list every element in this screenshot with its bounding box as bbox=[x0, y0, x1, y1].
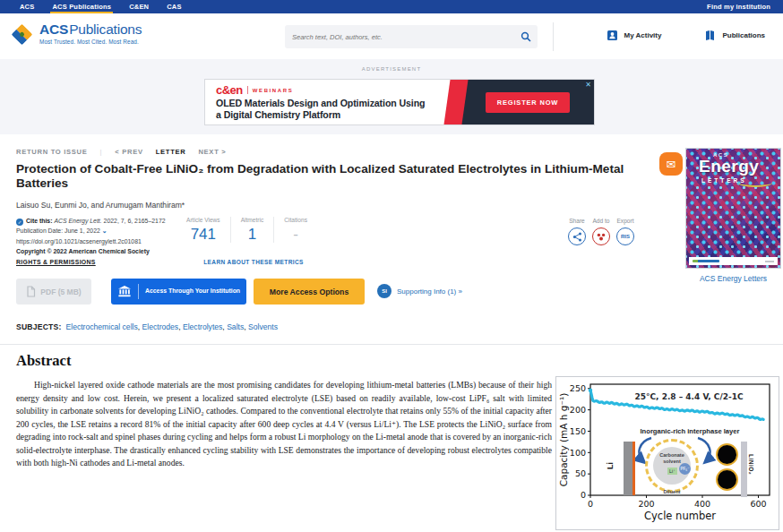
metric-article-views: Article Views 741 bbox=[176, 217, 230, 243]
add-to-label: Add to bbox=[592, 218, 609, 224]
publications-link[interactable]: Publications bbox=[704, 30, 765, 41]
cite-this-label: Cite this: bbox=[26, 218, 52, 224]
pdf-download-button[interactable]: PDF (5 MB) bbox=[16, 279, 91, 305]
publications-label: Publications bbox=[722, 31, 765, 39]
add-to-mendeley-button[interactable] bbox=[592, 227, 610, 245]
topbar-link-acs-publications[interactable]: ACS Publications bbox=[52, 0, 111, 13]
cite-reference: 2022, 7, 6, 2165–2172 bbox=[104, 218, 166, 224]
subject-links: Electrochemical cells, Electrodes, Elect… bbox=[66, 322, 278, 331]
y-tick-label: 50 bbox=[575, 468, 586, 478]
altmetric-count: 1 bbox=[241, 226, 264, 243]
access-institution-button[interactable]: Access Through Your Institution bbox=[111, 279, 246, 305]
ad-banner[interactable]: c&en WEBINARS OLED Materials Design and … bbox=[204, 79, 595, 125]
ad-webinars-label: WEBINARS bbox=[253, 88, 293, 93]
next-article-link[interactable]: NEXT > bbox=[198, 148, 226, 156]
abstract-text: High-nickel layered oxide cathode materi… bbox=[16, 379, 552, 470]
article-type-label: LETTER bbox=[156, 148, 186, 156]
y-tick-label: 250 bbox=[570, 383, 586, 393]
article-title: Protection of Cobalt-Free LiNiO₂ from De… bbox=[16, 162, 650, 192]
ad-close-icon[interactable]: ✕ bbox=[585, 81, 591, 89]
feedback-envelope-button[interactable]: ✉ bbox=[659, 152, 683, 176]
cover-footer-strip bbox=[689, 257, 778, 265]
subject-link[interactable]: Salts bbox=[227, 322, 244, 331]
copyright-line: Copyright © 2022 American Chemical Socie… bbox=[16, 246, 182, 256]
acs-publications-logo[interactable]: ACSPublications Most Trusted. Most Cited… bbox=[11, 21, 142, 45]
header-divider bbox=[553, 22, 554, 51]
ris-label: RIS bbox=[621, 234, 630, 239]
cover-mini-dash bbox=[765, 261, 774, 262]
envelope-icon: ✉ bbox=[667, 158, 676, 171]
doi-link[interactable]: https://doi.org/10.1021/acsenergylett.2c… bbox=[16, 236, 182, 246]
subject-link[interactable]: Electrolytes bbox=[183, 322, 222, 331]
logo-acs: ACS bbox=[39, 21, 68, 37]
li-anode-interphase-stripe bbox=[632, 442, 635, 495]
return-to-issue-link[interactable]: RETURN TO ISSUE bbox=[16, 148, 88, 156]
journal-title-link[interactable]: ACS Energy Letters bbox=[685, 274, 781, 283]
search-icon bbox=[521, 31, 531, 42]
cathode-particle-bottom bbox=[716, 468, 738, 491]
institution-bank-icon bbox=[118, 286, 131, 297]
si-badge: SI bbox=[377, 284, 392, 298]
x-tick-label: 400 bbox=[694, 499, 710, 509]
ad-headline: OLED Materials Design and Optimization U… bbox=[216, 98, 461, 120]
ad-brand-divider bbox=[247, 86, 248, 94]
cathode-particle-top bbox=[716, 443, 738, 466]
abstract-heading: Abstract bbox=[16, 352, 71, 370]
nav-divider: | bbox=[100, 148, 103, 156]
article-views-count: 741 bbox=[186, 226, 220, 243]
pdf-file-icon bbox=[26, 286, 36, 297]
rights-permissions-link[interactable]: RIGHTS & PERMISSIONS bbox=[16, 257, 96, 267]
metrics-panel: Article Views 741 Altmetric 1 Citations … bbox=[176, 217, 317, 243]
search-input[interactable] bbox=[285, 33, 514, 41]
cite-journal: ACS Energy Lett. bbox=[54, 218, 101, 224]
x-tick-label: 200 bbox=[638, 499, 654, 509]
more-access-label: More Access Options bbox=[270, 287, 349, 296]
cover-acs-text: ACS bbox=[713, 152, 728, 158]
curved-arrow-right-icon bbox=[698, 438, 710, 462]
subject-link[interactable]: Electrochemical cells bbox=[66, 322, 138, 331]
abstract-graphic-figure[interactable]: 050100150200250020040060025°C, 2.8 – 4.4… bbox=[555, 376, 779, 530]
ad-zone: ADVERTISEMENT c&en WEBINARS OLED Materia… bbox=[0, 59, 783, 134]
site-header: ACSPublications Most Trusted. Most Cited… bbox=[0, 13, 783, 59]
x-axis-label: Cycle number bbox=[644, 510, 716, 522]
section-divider bbox=[0, 344, 783, 345]
subject-link[interactable]: Electrodes bbox=[142, 322, 179, 331]
find-institution-link[interactable]: Find my institution bbox=[707, 3, 770, 11]
topbar-link-cas[interactable]: CAS bbox=[167, 0, 181, 13]
supporting-info-link[interactable]: Supporting Info (1) » bbox=[397, 287, 462, 296]
subject-link[interactable]: Solvents bbox=[248, 322, 278, 331]
more-access-options-button[interactable]: More Access Options bbox=[254, 279, 365, 305]
topbar-links: ACSACS PublicationsC&ENCAS bbox=[20, 0, 707, 13]
register-now-button[interactable]: REGISTER NOW bbox=[486, 92, 570, 113]
my-activity-link[interactable]: My Activity bbox=[607, 30, 662, 41]
share-button[interactable] bbox=[568, 227, 586, 245]
pf6-anion-chip: PF₆⁻ bbox=[679, 463, 691, 475]
citation-block: ✓Cite this: ACS Energy Lett. 2022, 7, 6,… bbox=[16, 216, 182, 267]
article-main: RETURN TO ISSUE | < PREV LETTER NEXT > P… bbox=[0, 134, 783, 532]
search-button[interactable] bbox=[514, 25, 538, 48]
export-label: Export bbox=[616, 218, 633, 224]
my-activity-label: My Activity bbox=[624, 31, 662, 39]
cathode-bar bbox=[741, 442, 747, 497]
y-tick-label: 200 bbox=[570, 405, 586, 415]
journal-cover-image[interactable]: ACS Energy LETTERS bbox=[685, 148, 781, 269]
learn-about-metrics-link[interactable]: LEARN ABOUT THESE METRICS bbox=[176, 259, 331, 265]
y-tick-label: 100 bbox=[570, 448, 586, 458]
prev-article-link[interactable]: < PREV bbox=[115, 148, 142, 156]
export-ris-button[interactable]: RIS bbox=[616, 227, 634, 245]
acs-diamond-icon bbox=[11, 23, 32, 45]
first-cycle-point bbox=[589, 388, 592, 391]
topbar-link-acs[interactable]: ACS bbox=[20, 0, 34, 13]
chart-annotation: 25°C, 2.8 – 4.4 V, C/2-1C bbox=[634, 392, 743, 401]
topbar-link-c-en[interactable]: C&EN bbox=[129, 0, 149, 13]
publications-book-icon bbox=[704, 30, 716, 41]
y-tick-label: 150 bbox=[570, 426, 586, 436]
x-tick-label: 0 bbox=[588, 499, 593, 509]
logo-tagline: Most Trusted. Most Cited. Most Read. bbox=[39, 39, 142, 45]
share-tools: Share Add to Export RIS bbox=[568, 218, 634, 245]
pub-date-caret-icon[interactable]: ⌄ bbox=[102, 227, 108, 234]
x-tick-label: 600 bbox=[750, 499, 766, 509]
article-authors[interactable]: Laisuo Su, Eunmi Jo, and Arumugam Manthi… bbox=[16, 201, 185, 210]
search-bar bbox=[285, 25, 538, 48]
share-nodes-icon bbox=[572, 232, 582, 242]
